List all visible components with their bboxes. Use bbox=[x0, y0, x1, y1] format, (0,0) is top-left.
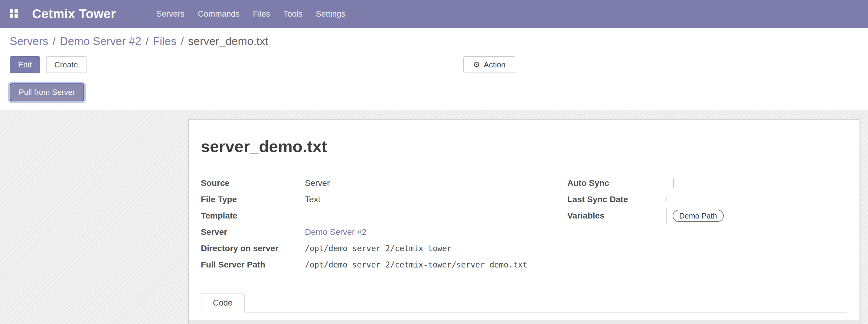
breadcrumb: Servers/Demo Server #2/Files/server_demo… bbox=[0, 28, 868, 48]
apps-grid-square bbox=[14, 14, 18, 18]
breadcrumb-current: server_demo.txt bbox=[188, 35, 268, 47]
form-sheet: server_demo.txt Source Server File Type … bbox=[188, 119, 860, 324]
apps-grid-square bbox=[10, 14, 13, 18]
field-row-source: Source Server bbox=[201, 175, 527, 191]
nav-item-settings[interactable]: Settings bbox=[309, 6, 352, 22]
field-group-right: Auto Sync Last Sync Date Variables Demo … bbox=[527, 175, 847, 273]
field-label: Template bbox=[201, 211, 305, 221]
field-row-directory-on-server: Directory on server /opt/demo_server_2/c… bbox=[201, 240, 527, 257]
breadcrumb-link-servers[interactable]: Servers bbox=[10, 35, 48, 47]
action-button[interactable]: ⚙ Action bbox=[463, 56, 515, 73]
field-value: Text bbox=[305, 195, 320, 204]
form-toolbar: Edit Create ⚙ Action bbox=[10, 56, 858, 73]
field-row-variables: Variables Demo Path bbox=[567, 208, 847, 224]
nav-item-tools[interactable]: Tools bbox=[277, 6, 309, 22]
field-label: Full Server Path bbox=[201, 260, 305, 269]
field-row-auto-sync: Auto Sync bbox=[567, 175, 847, 191]
field-row-template: Template bbox=[201, 208, 527, 224]
pull-from-server-button[interactable]: Pull from Server bbox=[10, 84, 84, 101]
variables-tag: Demo Path bbox=[673, 210, 724, 222]
field-value: Server bbox=[305, 178, 330, 188]
field-groups: Source Server File Type Text Template Se… bbox=[201, 175, 847, 273]
breadcrumb-separator: / bbox=[48, 35, 60, 47]
server-record-link[interactable]: Demo Server #2 bbox=[305, 227, 367, 237]
field-group-left: Source Server File Type Text Template Se… bbox=[201, 175, 527, 273]
breadcrumb-link-files[interactable]: Files bbox=[153, 35, 176, 47]
field-label: Auto Sync bbox=[567, 178, 673, 188]
content-area: server_demo.txt Source Server File Type … bbox=[0, 110, 868, 324]
gear-icon: ⚙ bbox=[473, 61, 480, 69]
code-editor-area[interactable] bbox=[189, 320, 860, 324]
tab-code[interactable]: Code bbox=[201, 293, 245, 313]
field-label: Server bbox=[201, 227, 305, 237]
notebook-tabs: Code bbox=[201, 293, 847, 313]
apps-grid-icon[interactable] bbox=[10, 9, 19, 19]
field-row-last-sync-date: Last Sync Date bbox=[567, 191, 847, 208]
auto-sync-checkbox[interactable] bbox=[673, 178, 674, 188]
app-window: Cetmix Tower Servers Commands Files Tool… bbox=[0, 0, 868, 324]
field-value: /opt/demo_server_2/cetmix-tower bbox=[305, 244, 452, 253]
field-value bbox=[673, 178, 674, 188]
field-label: Source bbox=[201, 178, 305, 188]
field-value: /opt/demo_server_2/cetmix-tower/server_d… bbox=[305, 260, 527, 269]
brand-title[interactable]: Cetmix Tower bbox=[32, 7, 116, 21]
main-menu: Servers Commands Files Tools Settings bbox=[150, 6, 352, 22]
nav-item-files[interactable]: Files bbox=[246, 6, 277, 22]
control-panel: Servers/Demo Server #2/Files/server_demo… bbox=[0, 28, 868, 101]
breadcrumb-separator: / bbox=[141, 35, 153, 47]
field-label: Variables bbox=[567, 211, 673, 221]
field-value: Demo Path bbox=[673, 210, 724, 222]
field-label: Last Sync Date bbox=[567, 195, 673, 204]
field-row-server: Server Demo Server #2 bbox=[201, 224, 527, 240]
smart-button-box: Pull from Server bbox=[10, 84, 858, 101]
field-row-full-server-path: Full Server Path /opt/demo_server_2/cetm… bbox=[201, 257, 527, 273]
breadcrumb-link-demo-server-2[interactable]: Demo Server #2 bbox=[60, 35, 141, 47]
field-row-file-type: File Type Text bbox=[201, 191, 527, 208]
breadcrumb-separator: / bbox=[177, 35, 188, 47]
nav-item-servers[interactable]: Servers bbox=[150, 6, 191, 22]
apps-grid-square bbox=[10, 9, 13, 13]
field-label: Directory on server bbox=[201, 244, 305, 253]
create-button[interactable]: Create bbox=[46, 56, 87, 73]
apps-grid-square bbox=[14, 9, 18, 13]
field-value: Demo Server #2 bbox=[305, 227, 367, 237]
nav-item-commands[interactable]: Commands bbox=[191, 6, 246, 22]
page-title: server_demo.txt bbox=[201, 137, 847, 156]
action-button-label: Action bbox=[484, 60, 505, 69]
top-navbar: Cetmix Tower Servers Commands Files Tool… bbox=[0, 0, 868, 28]
edit-button[interactable]: Edit bbox=[10, 56, 40, 73]
field-label: File Type bbox=[201, 195, 305, 204]
